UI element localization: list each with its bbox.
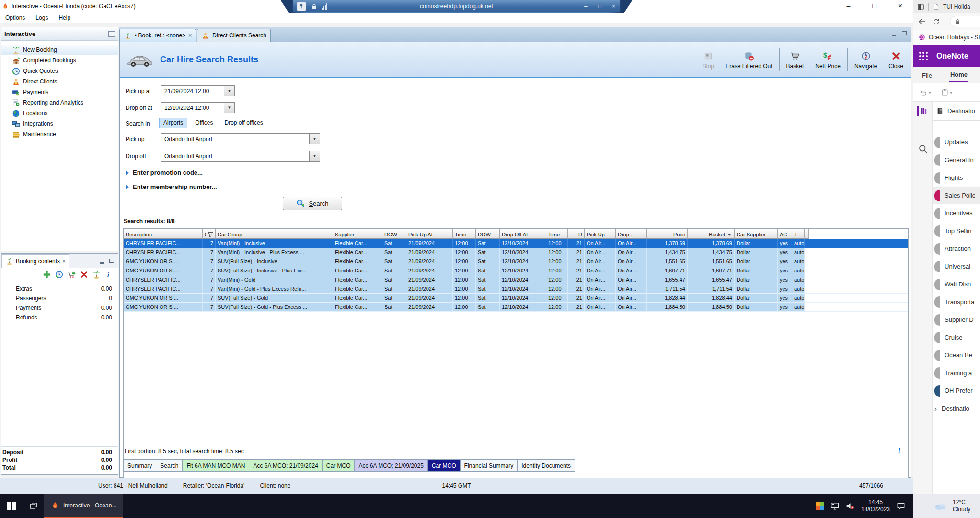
start-button[interactable] bbox=[0, 494, 23, 518]
column-header[interactable]: T bbox=[792, 229, 805, 239]
dropoff-dropdown-icon[interactable]: ▼ bbox=[310, 151, 320, 162]
maximize-button[interactable]: □ bbox=[872, 1, 876, 10]
toolbar-button[interactable]: Stop bbox=[698, 50, 719, 71]
onenote-section[interactable]: › Incentives bbox=[933, 204, 980, 222]
close-tab-icon[interactable]: × bbox=[62, 258, 66, 265]
onenote-section[interactable]: › Supplier D bbox=[933, 311, 980, 329]
toolbar-button[interactable]: Basket bbox=[782, 50, 809, 71]
table-row[interactable]: CHRYSLER PACIFIC...7 Van(Mini) - GoldFle… bbox=[124, 275, 908, 284]
minimize-button[interactable]: – bbox=[847, 1, 851, 10]
booking-section-tab[interactable]: Summary bbox=[123, 459, 156, 472]
undo-button[interactable]: ▾ bbox=[919, 88, 931, 96]
tree-item[interactable]: Direct Clients bbox=[1, 76, 118, 87]
tree-item[interactable]: Quick Quotes bbox=[1, 66, 118, 76]
onenote-section[interactable]: › Sales Polic bbox=[933, 187, 980, 204]
column-header[interactable]: Drop ... bbox=[616, 229, 647, 239]
column-header[interactable]: Pick Up bbox=[585, 229, 616, 239]
add-icon[interactable] bbox=[43, 271, 51, 279]
column-header[interactable]: Supplier bbox=[333, 229, 382, 239]
toolbar-button[interactable]: Erase Filtered Out bbox=[721, 50, 777, 71]
address-bar[interactable] bbox=[950, 16, 980, 27]
column-header[interactable]: Time bbox=[546, 229, 568, 239]
rdp-minimize-button[interactable]: – bbox=[584, 3, 588, 10]
dropoff-at-dropdown-icon[interactable]: ▼ bbox=[224, 102, 235, 113]
refresh-icon[interactable] bbox=[933, 18, 940, 25]
onenote-section[interactable]: › Destinatio bbox=[933, 400, 980, 417]
booking-section-tab[interactable]: Car MCO bbox=[427, 459, 460, 472]
rdp-close-button[interactable]: × bbox=[612, 3, 615, 10]
pickup-at-input[interactable] bbox=[161, 85, 224, 96]
column-header[interactable]: Basket bbox=[688, 229, 735, 239]
onenote-section[interactable]: › Ocean Be bbox=[933, 346, 980, 364]
volume-muted-icon[interactable] bbox=[846, 502, 854, 510]
menu-item[interactable]: Options bbox=[1, 13, 29, 22]
display-tray-icon[interactable] bbox=[830, 502, 839, 510]
booking-section-tab[interactable]: Search bbox=[156, 459, 182, 472]
taskbar-app-button[interactable]: Interactive - Ocean... bbox=[44, 494, 123, 518]
tab-direct-clients-search[interactable]: Direct Clients Search bbox=[197, 29, 271, 42]
tab-file[interactable]: File bbox=[921, 69, 933, 82]
restore-panel-icon[interactable] bbox=[902, 31, 907, 35]
column-header[interactable]: Price bbox=[647, 229, 688, 239]
app-launcher-icon[interactable] bbox=[919, 52, 928, 60]
toolbar-button[interactable]: Navigate bbox=[850, 50, 882, 71]
tab-booking-ref[interactable]: • Book. ref.: <none> × bbox=[119, 29, 196, 42]
close-tab-icon[interactable]: × bbox=[188, 32, 192, 39]
toolbar-button[interactable] bbox=[779, 48, 780, 71]
table-row[interactable]: GMC YUKON OR SI...7 SUV(Full Size) - Inc… bbox=[124, 266, 908, 275]
search-in-option[interactable]: Drop off offices bbox=[220, 118, 266, 128]
booking-contents-tab[interactable]: Booking contents × bbox=[1, 254, 69, 268]
pickup-dropdown-icon[interactable]: ▼ bbox=[310, 133, 320, 144]
tree-item[interactable]: New Booking bbox=[1, 45, 118, 55]
promo-code-expander[interactable]: Enter promotion code... bbox=[126, 169, 203, 176]
delete-icon[interactable] bbox=[80, 271, 88, 279]
tab-home[interactable]: Home bbox=[949, 68, 968, 82]
menu-item[interactable]: Help bbox=[54, 13, 75, 22]
tree-item[interactable]: $ Payments bbox=[1, 87, 118, 97]
column-header[interactable]: DOW bbox=[382, 229, 406, 239]
minimize-panel-icon[interactable] bbox=[892, 35, 896, 36]
notebook-header[interactable]: Destinatio bbox=[933, 102, 980, 121]
weather-cloud-icon[interactable] bbox=[934, 501, 948, 511]
dropoff-location-select[interactable] bbox=[161, 151, 310, 162]
column-header[interactable]: Drop Off At bbox=[500, 229, 546, 239]
table-row[interactable]: GMC YUKON OR SI...7 SUV(Full Size) - Gol… bbox=[124, 303, 908, 312]
onenote-section[interactable]: › Walt Disn bbox=[933, 275, 980, 293]
search-in-option[interactable]: Airports bbox=[159, 118, 187, 128]
onenote-section[interactable]: › Attraction bbox=[933, 240, 980, 258]
palm-icon[interactable] bbox=[92, 271, 101, 279]
table-row[interactable]: CHRYSLER PACIFIC...7 Van(Mini) - Gold - … bbox=[124, 284, 908, 294]
column-header[interactable]: AC bbox=[778, 229, 792, 239]
minimize-panel-icon[interactable] bbox=[100, 262, 104, 264]
collapse-panel-icon[interactable]: – bbox=[108, 31, 115, 37]
toolbar-button[interactable]: Close bbox=[884, 50, 908, 71]
column-header[interactable]: Time bbox=[453, 229, 476, 239]
toolbar-button[interactable]: $ Nett Price bbox=[810, 50, 845, 71]
info-icon[interactable]: i bbox=[105, 271, 113, 279]
menu-item[interactable]: Logs bbox=[31, 13, 52, 22]
move-to-basket-icon[interactable] bbox=[68, 271, 76, 279]
quote-clock-icon[interactable] bbox=[55, 271, 63, 279]
toolbar-button[interactable] bbox=[847, 48, 848, 71]
column-header[interactable]: Car Group bbox=[216, 229, 333, 239]
onenote-section[interactable]: › Transporta bbox=[933, 293, 980, 311]
booking-section-tab[interactable]: Financial Summary bbox=[460, 459, 518, 472]
booking-section-tab[interactable]: Acc 6A MCO; 21/09/2025 bbox=[354, 459, 427, 472]
search-button[interactable]: Search bbox=[283, 197, 342, 210]
onenote-section[interactable]: › Universal bbox=[933, 258, 980, 275]
booking-section-tab[interactable]: Acc 6A MCO; 21/09/2024 bbox=[249, 459, 322, 472]
tab-actions-icon[interactable] bbox=[917, 3, 924, 11]
tree-item[interactable]: Integrations bbox=[1, 118, 118, 129]
membership-expander[interactable]: Enter membership number... bbox=[126, 183, 217, 190]
tree-item[interactable]: Locations bbox=[1, 108, 118, 118]
column-header[interactable]: Car Supplier bbox=[735, 229, 778, 239]
table-row[interactable]: GMC YUKON OR SI...7 SUV(Full Size) - Inc… bbox=[124, 257, 908, 266]
column-header[interactable]: Description bbox=[124, 229, 203, 239]
taskbar-clock[interactable]: 14:45 18/03/2023 bbox=[861, 499, 890, 513]
back-icon[interactable] bbox=[918, 18, 926, 25]
onenote-section[interactable]: › Updates bbox=[933, 133, 980, 151]
info-icon[interactable]: i bbox=[898, 446, 902, 454]
notebooks-icon[interactable] bbox=[917, 106, 928, 116]
column-header[interactable]: D bbox=[568, 229, 585, 239]
browser-tab-title[interactable]: TUI Holida bbox=[943, 3, 970, 10]
